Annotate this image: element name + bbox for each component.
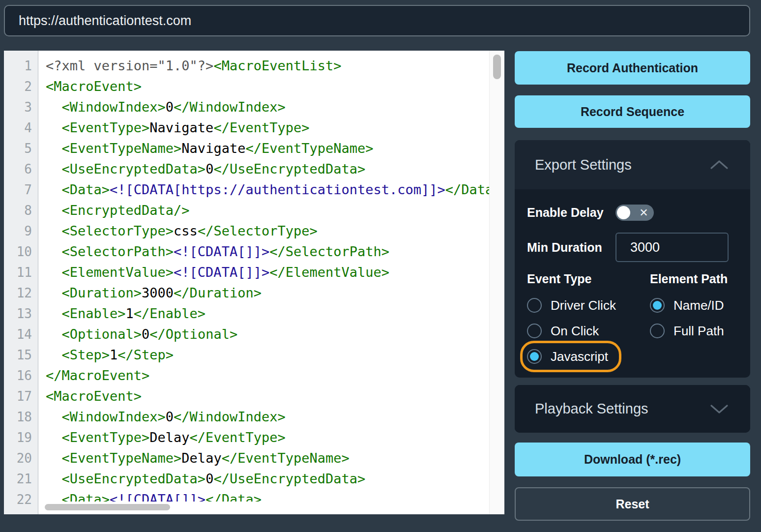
code-lines: <?xml version="1.0"?><MacroEventList><Ma…	[39, 51, 504, 510]
code-line: <EventTypeName>Delay</EventTypeName>	[46, 448, 504, 469]
line-number: 14	[4, 324, 38, 345]
line-number: 15	[4, 345, 38, 365]
chevron-down-icon	[710, 404, 729, 414]
line-number: 1	[4, 56, 38, 76]
code-line: <EncryptedData/>	[46, 200, 504, 221]
code-line: </MacroEvent>	[46, 365, 504, 386]
code-line: <Optional>0</Optional>	[46, 324, 504, 345]
code-line: <Duration>3000</Duration>	[46, 283, 504, 303]
radio-full-path[interactable]: Full Path	[650, 318, 750, 344]
line-number: 4	[4, 118, 38, 138]
horizontal-scrollbar[interactable]	[39, 502, 490, 514]
code-line: <MacroEvent>	[46, 76, 504, 97]
code-line: <ElementValue><![CDATA[]]></ElementValue…	[46, 262, 504, 283]
code-line: <EventType>Navigate</EventType>	[46, 118, 504, 138]
code-line: <WindowIndex>0</WindowIndex>	[46, 407, 504, 427]
line-number: 10	[4, 241, 38, 262]
enable-delay-toggle[interactable]: ✕	[615, 205, 654, 221]
line-number: 20	[4, 448, 38, 469]
code-line: <WindowIndex>0</WindowIndex>	[46, 97, 504, 118]
code-line: <Enable>1</Enable>	[46, 303, 504, 324]
radio-name-id[interactable]: Name/ID	[650, 293, 750, 318]
chevron-up-icon	[710, 160, 729, 170]
radio-javascript[interactable]: Javascript	[527, 344, 650, 369]
toggle-x-icon: ✕	[639, 205, 648, 221]
code-line: <?xml version="1.0"?><MacroEventList>	[46, 56, 504, 76]
line-number: 21	[4, 469, 38, 489]
toggle-knob	[617, 206, 630, 219]
event-type-label: Event Type	[527, 272, 650, 287]
element-path-label: Element Path	[650, 272, 750, 287]
line-number: 8	[4, 200, 38, 221]
radio-driver-click[interactable]: Driver Click	[527, 293, 650, 318]
vertical-scrollbar[interactable]	[489, 51, 504, 514]
line-number: 5	[4, 138, 38, 159]
vertical-scrollbar-thumb[interactable]	[493, 55, 501, 79]
playback-settings-panel: Playback Settings	[515, 385, 750, 433]
code-line: <EventTypeName>Navigate</EventTypeName>	[46, 138, 504, 159]
radio-circle-icon	[527, 298, 542, 313]
playback-settings-header[interactable]: Playback Settings	[515, 385, 750, 433]
code-line: <EventType>Delay</EventType>	[46, 427, 504, 448]
line-number: 6	[4, 159, 38, 179]
code-line: <UseEncryptedData>0</UseEncryptedData>	[46, 469, 504, 489]
line-number: 9	[4, 221, 38, 241]
radio-circle-icon	[527, 324, 542, 338]
line-number: 13	[4, 303, 38, 324]
min-duration-row: Min Duration	[527, 233, 750, 262]
export-settings-title: Export Settings	[535, 157, 632, 173]
line-number: 22	[4, 489, 38, 510]
record-sequence-button[interactable]: Record Sequence	[515, 95, 750, 128]
element-path-group: Element Path Name/ID Full Path	[650, 272, 750, 369]
gutter: 12345678910111213141516171819202122	[4, 51, 38, 514]
line-number: 2	[4, 76, 38, 97]
radio-circle-icon	[527, 349, 542, 364]
radio-circle-icon	[650, 324, 665, 338]
code-line: <Step>1</Step>	[46, 345, 504, 365]
reset-button[interactable]: Reset	[515, 487, 750, 521]
line-number: 19	[4, 427, 38, 448]
line-number: 18	[4, 407, 38, 427]
download-button[interactable]: Download (*.rec)	[515, 443, 750, 476]
event-type-group: Event Type Driver Click On Click Javascr…	[527, 272, 650, 369]
line-number: 3	[4, 97, 38, 118]
radio-circle-icon	[650, 298, 665, 313]
record-authentication-button[interactable]: Record Authentication	[515, 51, 750, 85]
code-line: <SelectorType>css</SelectorType>	[46, 221, 504, 241]
horizontal-scrollbar-thumb[interactable]	[45, 504, 170, 510]
export-settings-header[interactable]: Export Settings	[515, 140, 750, 189]
line-number: 7	[4, 179, 38, 200]
line-number: 12	[4, 283, 38, 303]
code-line: <MacroEvent>	[46, 386, 504, 407]
playback-settings-title: Playback Settings	[535, 401, 648, 417]
export-settings-panel: Export Settings Enable Delay ✕ Min Durat…	[515, 140, 750, 378]
radio-on-click[interactable]: On Click	[527, 318, 650, 344]
line-number: 16	[4, 365, 38, 386]
code-line: <Data><![CDATA[https://authenticationtes…	[46, 179, 504, 200]
min-duration-input[interactable]	[615, 233, 729, 262]
enable-delay-row: Enable Delay ✕	[527, 204, 750, 221]
enable-delay-label: Enable Delay	[527, 206, 604, 220]
radio-groups: Event Type Driver Click On Click Javascr…	[527, 272, 750, 369]
min-duration-label: Min Duration	[527, 240, 615, 255]
line-number: 11	[4, 262, 38, 283]
code-line: <UseEncryptedData>0</UseEncryptedData>	[46, 159, 504, 179]
line-number: 17	[4, 386, 38, 407]
right-panel: Record Authentication Record Sequence Ex…	[515, 51, 750, 521]
code-editor[interactable]: 12345678910111213141516171819202122 <?xm…	[4, 51, 504, 514]
code-line: <SelectorPath><![CDATA[]]></SelectorPath…	[46, 241, 504, 262]
url-input[interactable]	[4, 5, 750, 36]
